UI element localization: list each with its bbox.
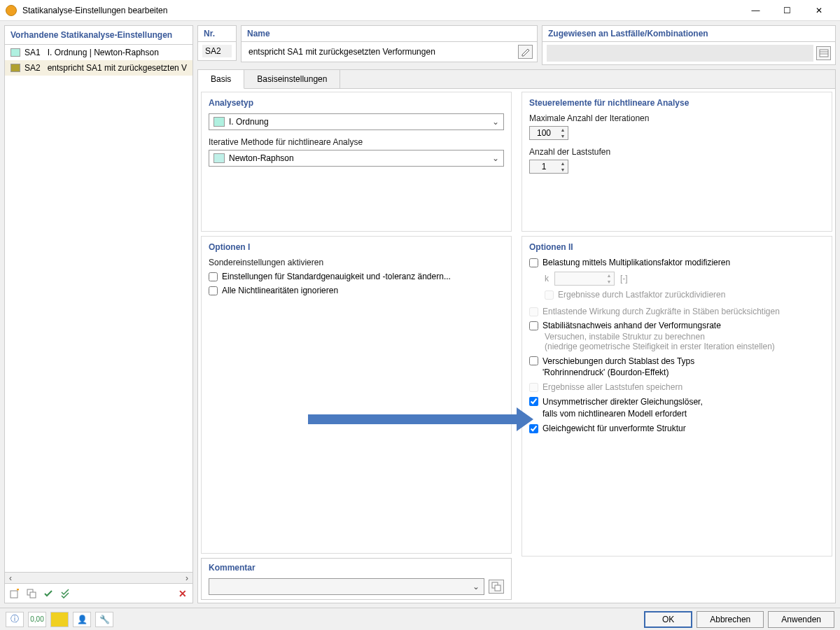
max-iter-label: Maximale Anzahl der Iterationen [529, 113, 825, 123]
list-item[interactable]: SA2 entspricht SA1 mit zurückgesetzten V [5, 60, 192, 76]
cancel-button[interactable]: Abbrechen [696, 611, 764, 628]
chk-stability-box[interactable] [529, 321, 538, 330]
tab-strip: Basis Basiseinstellungen [198, 70, 835, 89]
load-steps-label: Anzahl der Laststufen [529, 147, 825, 157]
units-icon: 0,00 [30, 615, 43, 623]
chk-ignore-nonlin[interactable]: Alle Nichtlinearitäten ignorieren [209, 286, 504, 295]
iter-method-select[interactable]: Newton-Raphson ⌄ [209, 150, 504, 167]
edit-name-button[interactable] [518, 45, 533, 59]
iter-method-value: Newton-Raphson [229, 153, 492, 163]
chk-unsym-solver[interactable]: Unsymmetrischer direkter Gleichungslöser… [529, 396, 825, 419]
chk-divide: Ergebnisse durch Lastfaktor zurückdividi… [529, 290, 825, 300]
chk-load-mult[interactable]: Belastung mittels Multiplikationsfaktor … [529, 258, 825, 267]
check2-button[interactable] [58, 587, 72, 601]
chk-unsym-solver-box[interactable] [529, 397, 538, 406]
chk-bourdon-box[interactable] [529, 356, 538, 365]
chk-save-steps: Ergebnisse aller Laststufen speichern [529, 382, 825, 392]
chk-precision[interactable]: Einstellungen für Standardgenauigkeit un… [209, 272, 504, 281]
assigned-field-group: Zugewiesen an Lastfälle/Kombinationen [542, 25, 836, 65]
spin-up-icon[interactable]: ▲ [558, 160, 568, 167]
instable-note: Versuchen, instabile Struktur zu berechn… [529, 332, 825, 351]
spin-down-icon[interactable]: ▼ [558, 167, 568, 173]
list-item[interactable]: SA1 I. Ordnung | Newton-Raphson [5, 45, 192, 60]
person-button[interactable]: 👤 [73, 612, 91, 627]
controls-title: Steuerelemente für nichtlineare Analyse [529, 98, 825, 108]
comment-section: Kommentar ⌄ [201, 558, 512, 600]
max-iter-input[interactable] [530, 127, 558, 139]
controls-section: Steuerelemente für nichtlineare Analyse … [522, 92, 832, 232]
assigned-input[interactable] [547, 45, 813, 62]
title-bar: Statikanalyse-Einstellungen bearbeiten —… [0, 0, 840, 21]
chevron-down-icon: ⌄ [472, 582, 479, 592]
load-steps-input[interactable] [530, 160, 558, 173]
settings-list[interactable]: SA1 I. Ordnung | Newton-Raphson SA2 ents… [4, 44, 193, 573]
chk-load-mult-box[interactable] [529, 258, 538, 267]
maximize-button[interactable]: ☐ [771, 1, 803, 20]
color-button[interactable] [50, 612, 69, 627]
scroll-right-icon[interactable]: › [181, 573, 192, 583]
analysis-type-value: I. Ordnung [229, 117, 492, 127]
chk-tension-box [529, 307, 538, 316]
person-icon: 👤 [77, 615, 88, 624]
chevron-down-icon: ⌄ [492, 153, 499, 163]
name-field-group: Name [241, 25, 538, 65]
item-code: SA2 [24, 63, 41, 73]
svg-rect-3 [820, 50, 828, 57]
analysis-type-title: Analysetyp [209, 98, 504, 108]
color-swatch [214, 153, 225, 163]
name-input[interactable] [246, 46, 515, 58]
spin-up-icon[interactable]: ▲ [558, 127, 568, 133]
app-icon [6, 5, 17, 16]
left-toolbar: ✕ [4, 584, 193, 603]
options1-title: Optionen I [209, 242, 504, 252]
list-icon [819, 49, 829, 57]
color-swatch [214, 117, 225, 127]
max-iter-spinner[interactable]: ▲▼ [529, 126, 568, 140]
spin-down-icon[interactable]: ▼ [558, 133, 568, 139]
minimize-button[interactable]: — [740, 1, 771, 20]
comment-copy-button[interactable] [489, 580, 504, 594]
chk-equilibrium[interactable]: Gleichgewicht für unverformte Struktur [529, 424, 825, 433]
chevron-down-icon: ⌄ [492, 117, 499, 127]
options1-section: Optionen I Sondereinstellungen aktiviere… [201, 236, 512, 554]
k-label: k [545, 274, 549, 284]
window-title: Statikanalyse-Einstellungen bearbeiten [22, 6, 740, 15]
comment-input[interactable]: ⌄ [209, 578, 484, 595]
bottom-toolbar: ⓘ 0,00 👤 🔧 OK Abbrechen Anwenden [0, 608, 840, 630]
name-label: Name [241, 25, 538, 41]
left-header: Vorhandene Statikanalyse-Einstellungen [4, 25, 193, 44]
analysis-type-select[interactable]: I. Ordnung ⌄ [209, 113, 504, 130]
copy-button[interactable] [24, 587, 38, 601]
chk-bourdon[interactable]: Verschiebungen durch Stablast des Typs'R… [529, 356, 825, 378]
chk-stability[interactable]: Stabiliätsnachweis anhand der Verformung… [529, 321, 825, 330]
tab-basiseinstellungen[interactable]: Basiseinstellungen [244, 70, 340, 88]
svg-rect-0 [10, 591, 18, 598]
close-button[interactable]: ✕ [803, 1, 834, 20]
analysis-type-section: Analysetyp I. Ordnung ⌄ Iterative Method… [201, 92, 512, 232]
nr-input[interactable] [202, 45, 232, 57]
chk-tension: Entlastende Wirkung durch Zugkräfte in S… [529, 307, 825, 316]
delete-button[interactable]: ✕ [176, 587, 190, 601]
svg-rect-2 [30, 592, 36, 598]
chk-precision-box[interactable] [209, 272, 218, 281]
pencil-icon [521, 47, 531, 57]
new-button[interactable] [8, 587, 22, 601]
chk-equilibrium-box[interactable] [529, 424, 538, 433]
color-swatch [10, 64, 20, 72]
h-scrollbar[interactable]: ‹ › [4, 573, 193, 584]
chk-divide-box [545, 290, 554, 300]
check-button[interactable] [41, 587, 55, 601]
ok-button[interactable]: OK [644, 611, 692, 628]
apply-button[interactable]: Anwenden [768, 611, 834, 628]
k-spinner: ▲▼ [554, 272, 615, 286]
units-button[interactable]: 0,00 [28, 612, 46, 627]
chk-ignore-nonlin-box[interactable] [209, 286, 218, 295]
load-steps-spinner[interactable]: ▲▼ [529, 160, 568, 174]
scroll-left-icon[interactable]: ‹ [5, 573, 16, 583]
settings-button[interactable]: 🔧 [95, 612, 113, 627]
assigned-browse-button[interactable] [816, 46, 831, 60]
help-button[interactable]: ⓘ [6, 612, 24, 627]
tab-basis[interactable]: Basis [198, 70, 244, 89]
item-name: entspricht SA1 mit zurückgesetzten V [48, 63, 187, 73]
left-panel: Vorhandene Statikanalyse-Einstellungen S… [4, 25, 193, 603]
